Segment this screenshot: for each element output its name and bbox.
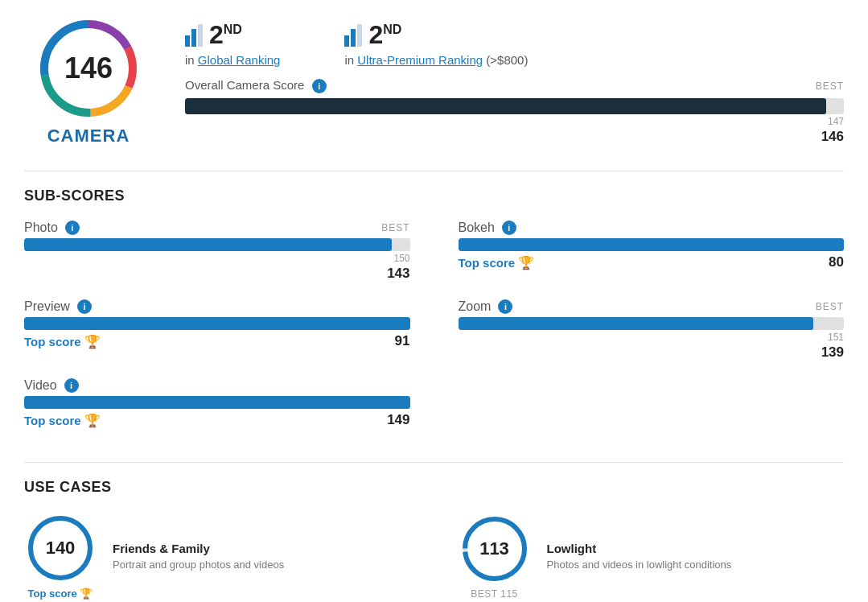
photo-label: Photo	[24, 221, 58, 235]
overall-score-label: Overall Camera Score i	[185, 78, 327, 93]
friends-family-score: 140	[46, 538, 76, 559]
friends-family-title: Friends & Family	[113, 542, 284, 555]
sub-score-bokeh: Bokeh i Top score 🏆 80	[459, 221, 845, 282]
sub-score-photo-header: Photo i BEST	[24, 221, 410, 235]
zoom-score-value: 139	[821, 344, 844, 361]
divider-1	[24, 171, 844, 171]
photo-best-value: 150	[387, 253, 409, 264]
global-ranking-top: 2ND	[185, 20, 280, 50]
video-info-icon[interactable]: i	[64, 378, 79, 393]
sub-scores-title: SUB-SCORES	[24, 188, 844, 204]
bokeh-bar-bg	[459, 238, 845, 251]
lowlight-desc: Photos and videos in lowlight conditions	[547, 559, 732, 571]
global-ranking: 2ND in Global Ranking	[185, 20, 280, 67]
overall-score-text: Overall Camera Score	[185, 78, 304, 92]
ultra-premium-ranking: 2ND in Ultra-Premium Ranking (>$800)	[344, 20, 528, 67]
zoom-best-label: BEST	[816, 301, 844, 312]
overall-score: Overall Camera Score i BEST 147 146	[185, 78, 844, 145]
use-cases-grid: 140 Top score 🏆 Friends & Family Portrai…	[24, 512, 844, 600]
overall-score-bar-wrapper	[185, 98, 844, 114]
preview-top-score: Top score 🏆	[24, 334, 101, 349]
lowlight-best: BEST 115	[471, 588, 517, 600]
sub-score-photo-name: Photo i	[24, 221, 80, 235]
sub-score-photo: Photo i BEST 150 143	[24, 221, 410, 282]
global-rank-desc: in Global Ranking	[185, 53, 280, 67]
sub-score-bokeh-header: Bokeh i	[459, 221, 845, 235]
bokeh-label: Bokeh	[459, 221, 495, 235]
overall-score-label-row: Overall Camera Score i BEST	[185, 78, 844, 93]
video-label: Video	[24, 378, 57, 393]
camera-circle: 146	[36, 16, 141, 121]
sub-scores-section: SUB-SCORES Photo i BEST 150 143	[24, 188, 844, 446]
photo-best-label: BEST	[381, 222, 409, 233]
use-cases-section: USE CASES 140 Top score 🏆 Friends & Fami…	[24, 479, 844, 600]
lowlight-circle-container: 113 BEST 115	[459, 513, 531, 600]
overall-score-bar-bg	[185, 98, 844, 114]
bar-chart-icon-ultra	[344, 24, 362, 47]
video-top-score: Top score 🏆	[24, 413, 101, 428]
friends-family-info: Friends & Family Portrait and group phot…	[113, 542, 284, 571]
lowlight-title: Lowlight	[547, 542, 732, 555]
sub-score-video: Video i Top score 🏆 149	[24, 378, 410, 428]
photo-bar-fill	[24, 238, 392, 251]
global-ranking-link[interactable]: Global Ranking	[198, 53, 281, 67]
preview-bar-bg	[24, 317, 410, 330]
photo-bar-bg	[24, 238, 410, 251]
sub-score-bokeh-name: Bokeh i	[459, 221, 516, 235]
use-case-friends-family: 140 Top score 🏆 Friends & Family Portrai…	[24, 512, 410, 600]
zoom-bar-fill	[459, 317, 814, 330]
rankings: 2ND in Global Ranking 2ND in Ultr	[185, 16, 844, 67]
header: 146 CAMERA 2ND in Global Ranking	[24, 16, 844, 146]
empty-cell	[459, 378, 845, 446]
sub-score-zoom-header: Zoom i BEST	[459, 299, 845, 314]
friends-family-circle: 140	[24, 512, 97, 584]
bokeh-info-icon[interactable]: i	[502, 221, 516, 235]
ultra-rank-number: 2ND	[368, 20, 401, 50]
camera-label: CAMERA	[47, 126, 130, 146]
friends-family-trophy: 🏆	[80, 588, 93, 600]
bokeh-bar-fill	[459, 238, 845, 251]
friends-family-circle-container: 140 Top score 🏆	[24, 512, 97, 600]
preview-trophy-icon: 🏆	[84, 334, 101, 349]
ultra-premium-ranking-link[interactable]: Ultra-Premium Ranking	[357, 53, 483, 67]
global-rank-number: 2ND	[209, 20, 242, 50]
bar-chart-icon-global	[185, 24, 203, 47]
photo-info-icon[interactable]: i	[65, 221, 80, 235]
bokeh-trophy-icon: 🏆	[518, 255, 534, 270]
overall-score-bar-fill	[185, 98, 826, 114]
sub-scores-grid: Photo i BEST 150 143 Bokeh i	[24, 221, 844, 446]
zoom-label: Zoom	[459, 299, 492, 314]
friends-family-top-score: Top score 🏆	[28, 588, 93, 600]
sub-score-video-name: Video i	[24, 378, 79, 393]
use-case-lowlight: 113 BEST 115 Lowlight Photos and videos …	[459, 512, 845, 600]
ultra-rank-desc: in Ultra-Premium Ranking (>$800)	[344, 53, 528, 67]
preview-info-icon[interactable]: i	[77, 299, 92, 314]
preview-label: Preview	[24, 299, 70, 314]
zoom-bar-bg	[459, 317, 845, 330]
overall-score-value: 146	[821, 129, 844, 145]
sub-score-preview: Preview i Top score 🏆 91	[24, 299, 410, 361]
video-trophy-icon: 🏆	[84, 413, 101, 428]
sub-score-preview-header: Preview i	[24, 299, 410, 314]
bokeh-score-value: 80	[829, 254, 844, 270]
zoom-best-value: 151	[821, 332, 844, 343]
camera-score-container: 146 CAMERA	[24, 16, 153, 146]
sub-score-video-header: Video i	[24, 378, 410, 393]
sub-score-preview-name: Preview i	[24, 299, 92, 314]
sub-score-zoom: Zoom i BEST 151 139	[459, 299, 845, 361]
use-cases-title: USE CASES	[24, 479, 844, 496]
zoom-info-icon[interactable]: i	[498, 299, 512, 314]
lowlight-score: 113	[479, 538, 509, 559]
video-score-value: 149	[387, 412, 409, 428]
sub-score-zoom-name: Zoom i	[459, 299, 513, 314]
rankings-overall: 2ND in Global Ranking 2ND in Ultr	[185, 16, 844, 145]
overall-best-value: 147	[821, 116, 844, 127]
overall-best-label: BEST	[816, 80, 844, 92]
ultra-premium-ranking-top: 2ND	[344, 20, 528, 50]
divider-2	[24, 462, 844, 463]
friends-family-desc: Portrait and group photos and videos	[113, 559, 284, 571]
preview-bar-fill	[24, 317, 410, 330]
photo-score-value: 143	[387, 266, 409, 282]
overall-info-icon[interactable]: i	[312, 79, 327, 93]
lowlight-info: Lowlight Photos and videos in lowlight c…	[547, 542, 732, 571]
